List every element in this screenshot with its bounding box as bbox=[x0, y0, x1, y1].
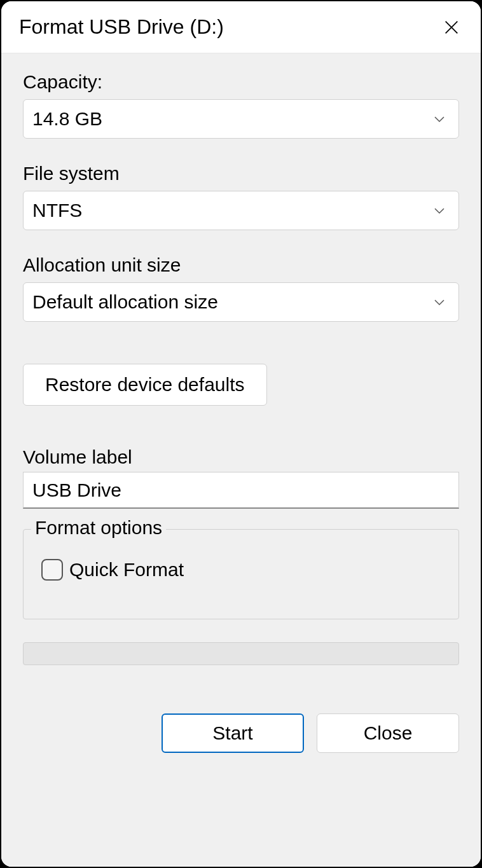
chevron-down-icon bbox=[432, 294, 447, 310]
format-dialog: Format USB Drive (D:) Capacity: 14.8 GB … bbox=[0, 0, 482, 868]
quick-format-label: Quick Format bbox=[69, 559, 184, 581]
start-button[interactable]: Start bbox=[162, 713, 304, 753]
close-window-button[interactable] bbox=[440, 16, 463, 39]
capacity-value: 14.8 GB bbox=[32, 108, 432, 130]
file-system-value: NTFS bbox=[32, 200, 432, 221]
quick-format-checkbox[interactable]: Quick Format bbox=[41, 559, 447, 581]
capacity-dropdown[interactable]: 14.8 GB bbox=[23, 99, 459, 139]
titlebar: Format USB Drive (D:) bbox=[1, 1, 481, 53]
allocation-unit-size-dropdown[interactable]: Default allocation size bbox=[23, 282, 459, 322]
checkbox-box-icon bbox=[41, 559, 63, 581]
chevron-down-icon bbox=[432, 111, 447, 127]
restore-device-defaults-button[interactable]: Restore device defaults bbox=[23, 364, 267, 406]
allocation-unit-size-value: Default allocation size bbox=[32, 291, 432, 313]
allocation-unit-size-label: Allocation unit size bbox=[23, 254, 459, 276]
dialog-button-row: Start Close bbox=[23, 713, 459, 785]
volume-label-label: Volume label bbox=[23, 446, 459, 468]
file-system-label: File system bbox=[23, 163, 459, 184]
chevron-down-icon bbox=[432, 203, 447, 218]
window-title: Format USB Drive (D:) bbox=[19, 15, 224, 39]
format-options-group: Format options Quick Format bbox=[23, 529, 459, 619]
volume-label-input[interactable] bbox=[23, 472, 459, 509]
capacity-label: Capacity: bbox=[23, 71, 459, 93]
format-progress-bar bbox=[23, 642, 459, 665]
close-icon bbox=[443, 18, 460, 36]
dialog-content: Capacity: 14.8 GB File system NTFS Alloc… bbox=[1, 53, 481, 867]
close-button[interactable]: Close bbox=[317, 713, 459, 753]
file-system-dropdown[interactable]: NTFS bbox=[23, 191, 459, 230]
format-options-legend: Format options bbox=[31, 517, 166, 539]
